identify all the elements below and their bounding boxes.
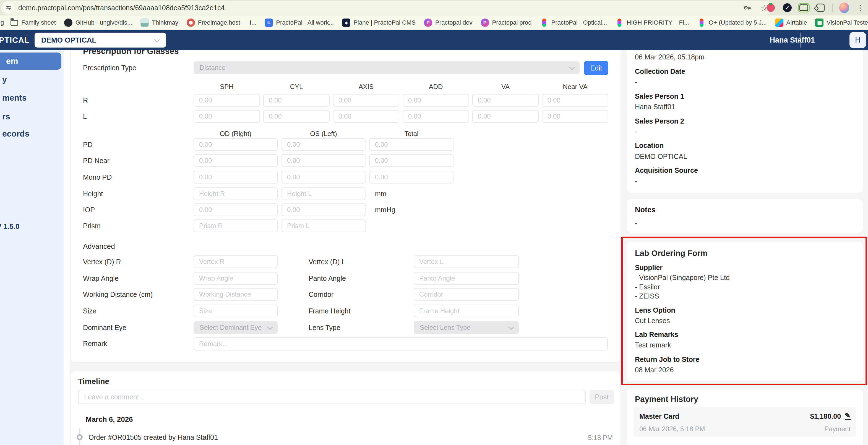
- thinkmay-icon: [141, 19, 149, 27]
- extensions-puzzle-icon[interactable]: [815, 3, 826, 13]
- dominant-eye-select[interactable]: Select Dominant Eye: [193, 321, 278, 334]
- size-input[interactable]: [193, 305, 278, 317]
- bookmark-item[interactable]: HIGH PRIORITY – Fi...: [615, 19, 689, 27]
- app-sidebar: em y ments rs ecords V 1.5.0: [0, 50, 64, 445]
- height-r-input[interactable]: [193, 187, 278, 200]
- bookmark-item[interactable]: O+ (Updated by 5 J...: [698, 19, 767, 27]
- r-near-va-input[interactable]: [542, 94, 608, 107]
- check-extension-icon[interactable]: [782, 3, 792, 13]
- sidebar-item[interactable]: ments: [2, 93, 27, 103]
- row-label-iop: IOP: [83, 203, 95, 216]
- l-axis-input[interactable]: [333, 110, 399, 123]
- bookmark-item[interactable]: VisionPal Tester Task...: [815, 19, 868, 27]
- practopal-logo-icon: [481, 19, 489, 27]
- bookmark-item[interactable]: Freeimage.host — I...: [187, 19, 257, 27]
- panto-angle-input[interactable]: [414, 272, 519, 285]
- airtable-icon: [775, 19, 783, 27]
- bookmark-item[interactable]: Plane | PractoPal CMS: [342, 19, 415, 27]
- sidebar-item[interactable]: ecords: [2, 129, 29, 139]
- app-logo-text: PTICAL: [0, 30, 30, 50]
- r-sph-input[interactable]: [193, 94, 260, 107]
- working-distance-input[interactable]: [193, 288, 278, 301]
- mono-pd-os-input[interactable]: [281, 171, 366, 184]
- wrap-angle-label: Wrap Angle: [83, 272, 119, 285]
- edit-payment-icon[interactable]: ✎: [845, 412, 850, 420]
- bookmark-item[interactable]: PractoPal - Optical...: [540, 19, 607, 27]
- order-details-card: 06 Mar 2026, 05:18pm Collection Date - S…: [627, 41, 863, 193]
- strawberry-extension-icon[interactable]: [766, 3, 776, 13]
- remark-input[interactable]: [193, 337, 608, 350]
- l-add-input[interactable]: [403, 110, 469, 123]
- browser-menu-icon[interactable]: [856, 3, 866, 13]
- prism-r-input[interactable]: [193, 219, 278, 232]
- r-axis-input[interactable]: [333, 94, 399, 107]
- pd-near-od-input[interactable]: [193, 154, 278, 167]
- bookmark-item[interactable]: PractoPal - All work...: [265, 19, 334, 27]
- return-job-label: Return Job to Store: [635, 355, 699, 363]
- freeimage-icon: [187, 19, 195, 27]
- acquisition-source-value: -: [635, 177, 637, 185]
- sidebar-item[interactable]: rs: [2, 112, 10, 122]
- lens-type-label: Lens Type: [309, 321, 340, 334]
- vertex-l-input[interactable]: [414, 255, 519, 268]
- comment-input[interactable]: [78, 390, 586, 404]
- bookmark-item[interactable]: Practopal prod: [481, 19, 532, 27]
- timeline-event-text: Order #OR01505 created by Hana Staff01: [89, 434, 218, 441]
- bookmarks-bar: g Family sheet GitHub - ungive/dis... Th…: [0, 15, 868, 30]
- bookmark-item[interactable]: Family sheet: [10, 19, 56, 26]
- password-key-icon[interactable]: [742, 3, 752, 13]
- sidebar-item[interactable]: y: [2, 75, 7, 85]
- bookmark-item[interactable]: Airtable: [775, 19, 807, 27]
- timeline-card: Timeline Post March 6, 2026 Order #OR015…: [71, 372, 621, 445]
- post-comment-button[interactable]: Post: [590, 390, 614, 404]
- user-avatar[interactable]: H: [849, 32, 866, 48]
- notes-card: Notes -: [627, 199, 863, 233]
- frame-height-input[interactable]: [414, 305, 519, 317]
- prism-l-input[interactable]: [281, 219, 366, 232]
- store-selector[interactable]: DEMO OPTICAL: [35, 33, 166, 47]
- site-permissions-icon[interactable]: [3, 2, 14, 13]
- lens-type-select[interactable]: Select Lens Type: [414, 321, 519, 334]
- location-value: DEMO OPTICAL: [635, 153, 687, 161]
- pd-os-input[interactable]: [281, 138, 366, 151]
- r-cyl-input[interactable]: [263, 94, 330, 107]
- iop-r-input[interactable]: [193, 203, 278, 216]
- column-header-cyl: CYL: [263, 83, 330, 91]
- timeline-title: Timeline: [78, 377, 109, 386]
- sales-person-2-value: -: [635, 128, 637, 136]
- supplier-item: - VisionPal (Singapore) Pte Ltd: [635, 274, 730, 282]
- bookmark-item[interactable]: Thinkmay: [141, 19, 178, 27]
- pd-near-total-input[interactable]: [369, 154, 454, 167]
- corridor-input[interactable]: [414, 288, 519, 301]
- browser-profile-avatar[interactable]: [839, 3, 849, 13]
- mono-pd-total-input[interactable]: [369, 171, 454, 184]
- l-near-va-input[interactable]: [542, 110, 608, 123]
- vertex-r-input[interactable]: [193, 255, 278, 268]
- row-label-pd: PD: [83, 138, 93, 151]
- address-bar[interactable]: demo.practopal.com/pos/transactions/69aa…: [1, 1, 773, 14]
- prescription-type-select[interactable]: Distance: [193, 61, 580, 74]
- sidebar-item-active[interactable]: em: [0, 53, 61, 70]
- wrap-angle-input[interactable]: [193, 272, 278, 285]
- payment-history-title: Payment History: [635, 395, 698, 404]
- bookmark-item[interactable]: GitHub - ungive/dis...: [64, 19, 132, 27]
- height-l-input[interactable]: [281, 187, 366, 200]
- l-sph-input[interactable]: [193, 110, 260, 123]
- r-add-input[interactable]: [403, 94, 469, 107]
- notes-title: Notes: [635, 205, 656, 214]
- bookmark-item[interactable]: Practopal dev: [424, 19, 472, 27]
- edit-prescription-button[interactable]: Edit: [584, 61, 608, 75]
- screen-capture-extension-icon[interactable]: [799, 3, 809, 13]
- size-label: Size: [83, 305, 96, 317]
- l-cyl-input[interactable]: [263, 110, 330, 123]
- url-text[interactable]: demo.practopal.com/pos/transactions/69aa…: [18, 4, 224, 12]
- r-va-input[interactable]: [472, 94, 539, 107]
- bookmark-label-fragment[interactable]: g: [1, 19, 4, 26]
- pd-near-os-input[interactable]: [281, 154, 366, 167]
- pd-total-input[interactable]: [369, 138, 454, 151]
- advanced-section-label: Advanced: [83, 240, 115, 253]
- iop-l-input[interactable]: [281, 203, 366, 216]
- mono-pd-od-input[interactable]: [193, 171, 278, 184]
- l-va-input[interactable]: [472, 110, 539, 123]
- pd-od-input[interactable]: [193, 138, 278, 151]
